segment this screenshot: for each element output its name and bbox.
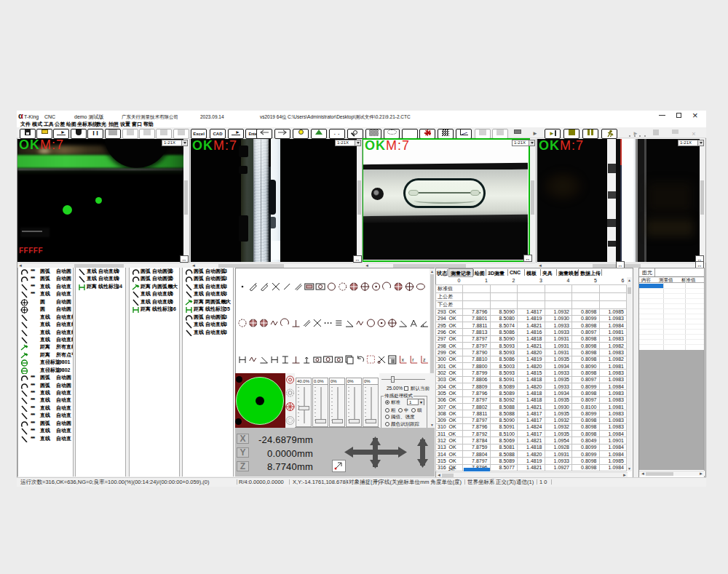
svg-text:z: z	[423, 357, 426, 362]
svg-text:r: r	[412, 357, 414, 362]
svg-text:x: x	[402, 357, 405, 362]
